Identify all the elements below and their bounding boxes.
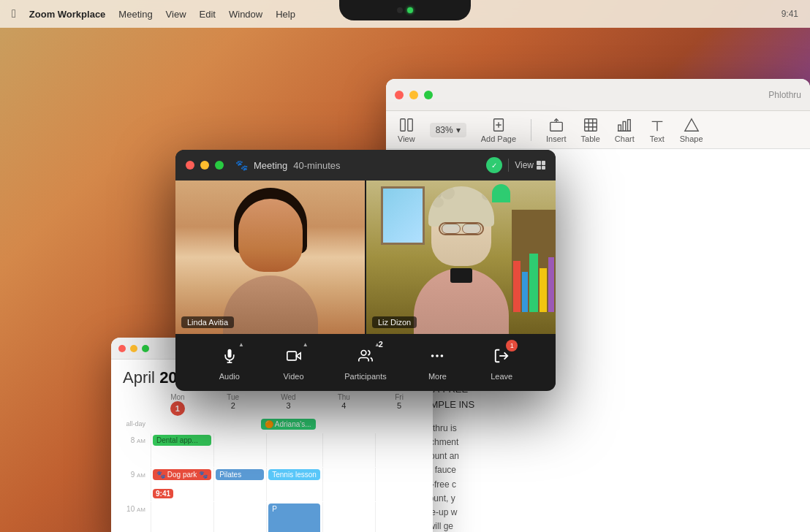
cal-fri-9am <box>375 468 427 501</box>
time-10am: 10 AM <box>117 502 150 532</box>
pages-zoom-value: 83% <box>436 125 453 135</box>
calendar-day-thu: Thu 4 <box>316 392 371 417</box>
zoom-video-icon: ▲ <box>281 343 307 369</box>
zoom-leave-control[interactable]: 1 Leave <box>488 343 515 381</box>
zoom-maximize-button[interactable] <box>215 161 224 170</box>
calendar-event-pilates[interactable]: Pilates <box>216 469 264 480</box>
menu-edit[interactable]: Edit <box>200 9 216 20</box>
calendar-day-wed: Wed 3 <box>261 392 317 417</box>
pages-zoom-control[interactable]: 83% ▾ <box>430 123 466 137</box>
app-name[interactable]: Zoom Workplace <box>29 9 106 20</box>
toolbar-divider <box>531 119 531 141</box>
cal-tue-10am <box>213 502 265 532</box>
pages-maximize-button[interactable] <box>424 91 433 99</box>
calendar-event-dental[interactable]: Dental app... <box>153 435 211 446</box>
pages-chart-label: Chart <box>615 134 635 143</box>
zoom-audio-control[interactable]: ▲ Audio <box>216 343 243 381</box>
pages-text-button[interactable]: Text <box>649 117 665 143</box>
zoom-window: 🐾 Meeting 40-minutes ✓ View <box>175 150 556 391</box>
cal-wed-8am <box>266 433 322 467</box>
zoom-audio-label: Audio <box>219 372 240 381</box>
pages-add-page-button[interactable]: Add Page <box>481 117 516 143</box>
zoom-video-area: Linda Avitia <box>175 180 556 334</box>
apple-menu-icon[interactable]:  <box>12 7 16 20</box>
zoom-participant-2: Liz Dizon <box>366 180 556 334</box>
calendar-grid: 8 AM Dental app... 9 AM 9:41 🐾 Dog park … <box>111 433 433 532</box>
cal-fri-10am <box>375 502 427 532</box>
cal-mon-8am: Dental app... <box>151 433 213 467</box>
zoom-titlebar: 🐾 Meeting 40-minutes ✓ View <box>175 150 556 180</box>
pages-shape-button[interactable]: Shape <box>680 117 703 143</box>
zoom-participants-label: Participants <box>344 372 386 381</box>
svg-rect-0 <box>401 118 405 131</box>
zoom-participant-1-label: Linda Avitia <box>181 316 234 328</box>
zoom-title-divider <box>508 159 509 172</box>
svg-rect-5 <box>550 122 563 131</box>
calendar-event-dogpark[interactable]: 🐾 Dog park 🐾 <box>153 469 211 480</box>
calendar-maximize-button[interactable] <box>142 345 149 352</box>
calendar-close-button[interactable] <box>118 345 126 352</box>
zoom-more-control[interactable]: More <box>424 343 450 381</box>
zoom-leave-badge: 1 <box>506 340 518 352</box>
zoom-participants-icon: 2 ▲ <box>352 343 379 369</box>
pages-table-button[interactable]: Table <box>581 117 600 143</box>
menu-window[interactable]: Window <box>229 9 262 20</box>
cal-thu-9am <box>322 468 374 501</box>
calendar-days-header: Mon 1 Tue 2 Wed 3 Thu 4 Fri 5 <box>111 392 433 417</box>
zoom-video-label: Video <box>284 372 304 381</box>
cal-mon-10am <box>151 502 213 532</box>
pages-minimize-button[interactable] <box>409 91 418 99</box>
pages-window-title: Phlothru <box>439 90 801 100</box>
calendar-event-wed-p[interactable]: P <box>268 503 320 532</box>
cal-wed-9am: Tennis lesson <box>266 468 322 501</box>
calendar-day-tue: Tue 2 <box>205 392 261 417</box>
calendar-event-tennis[interactable]: Tennis lesson <box>268 469 320 480</box>
svg-point-23 <box>361 351 366 356</box>
zoom-view-label: View <box>515 160 534 170</box>
pages-zoom-arrow: ▾ <box>456 125 461 135</box>
pages-bullet-2: • SIMPLE INS <box>415 399 781 410</box>
cal-tue-9am: Pilates <box>213 468 265 501</box>
zoom-minimize-button[interactable] <box>200 161 209 170</box>
menu-view[interactable]: View <box>166 9 186 20</box>
all-day-thu <box>316 419 371 433</box>
zoom-view-button[interactable]: View <box>515 160 545 170</box>
cal-mon-9am: 9:41 🐾 Dog park 🐾 <box>151 468 213 501</box>
svg-rect-12 <box>618 125 621 131</box>
calendar-minimize-button[interactable] <box>130 345 137 352</box>
menubar-right-controls: 9:41 <box>781 9 798 19</box>
zoom-shield-icon[interactable]: ✓ <box>486 157 502 173</box>
cal-fri-8am <box>375 433 427 467</box>
pages-table-label: Table <box>581 134 600 143</box>
pages-shape-label: Shape <box>680 134 703 143</box>
calendar-event-adriana[interactable]: 🟠 Adriana's... <box>261 419 317 430</box>
menu-meeting[interactable]: Meeting <box>118 9 152 20</box>
pages-insert-button[interactable]: Insert <box>546 117 567 143</box>
zoom-paws-icon: 🐾 <box>235 159 248 171</box>
zoom-controls-bar: ▲ Audio ▲ Video 2 ▲ Participants <box>175 334 556 390</box>
pages-close-button[interactable] <box>395 91 404 99</box>
zoom-participants-control[interactable]: 2 ▲ Participants <box>344 343 386 381</box>
zoom-bg-bookshelf <box>512 210 556 312</box>
svg-marker-18 <box>684 118 697 131</box>
menu-help[interactable]: Help <box>276 9 295 20</box>
zoom-video-arrow: ▲ <box>303 341 309 348</box>
calendar-current-time: 9:41 <box>153 489 173 498</box>
pages-add-page-label: Add Page <box>481 134 516 143</box>
menubar-time: 9:41 <box>781 9 798 19</box>
svg-rect-7 <box>584 118 597 131</box>
zoom-audio-arrow: ▲ <box>238 341 244 348</box>
zoom-video-control[interactable]: ▲ Video <box>281 343 307 381</box>
cal-wed-10am: P <box>266 502 322 532</box>
all-day-spacer <box>117 392 150 417</box>
zoom-duration: 40-minutes <box>293 160 340 171</box>
zoom-title-area: 🐾 Meeting 40-minutes <box>235 159 341 171</box>
zoom-close-button[interactable] <box>186 161 194 170</box>
all-day-label: all-day <box>117 419 150 433</box>
zoom-more-label: More <box>428 372 447 381</box>
zoom-meeting-label: Meeting <box>254 160 287 171</box>
pages-chart-button[interactable]: Chart <box>615 117 635 143</box>
pages-view-button[interactable]: View <box>398 117 415 143</box>
zoom-participants-arrow: ▲ <box>374 341 380 348</box>
cal-tue-8am <box>213 433 265 467</box>
